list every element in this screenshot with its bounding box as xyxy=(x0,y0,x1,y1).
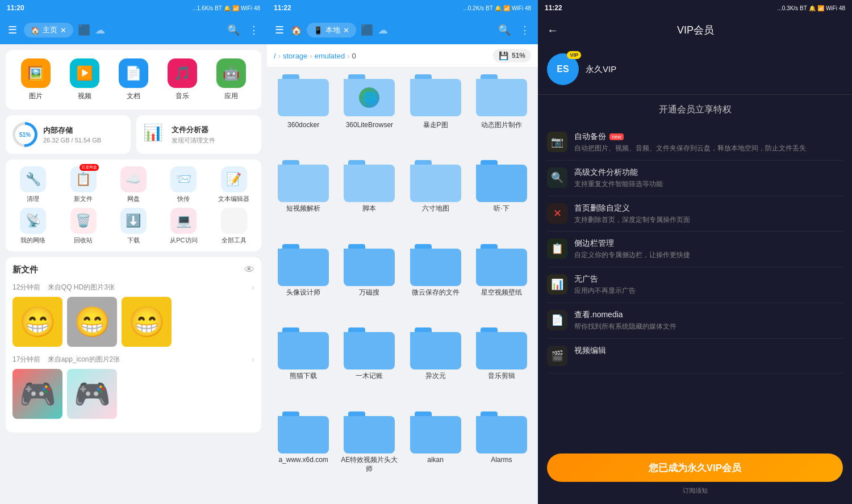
folder-duanshipin[interactable]: 短视频解析 xyxy=(274,160,333,237)
tool-editor[interactable]: 📝 文本编辑器 xyxy=(211,166,257,203)
vip-user-name: 永久VIP xyxy=(586,64,616,75)
vip-page-title: VIP会员 xyxy=(565,23,826,37)
analyzer-icon: 📊 xyxy=(143,123,166,146)
folder-xingkong[interactable]: 星空视频壁纸 xyxy=(472,244,531,321)
nomedia-benefit-icon: 📄 xyxy=(547,310,567,330)
analyzer-benefit-icon: 🔍 xyxy=(547,167,567,188)
vip-subscribe-note[interactable]: 订阅须知 xyxy=(547,486,843,495)
breadcrumb-0: 0 xyxy=(352,52,356,60)
benefit-noad: 📊 无广告 应用内不再显示广告 xyxy=(547,267,843,303)
tool-pc[interactable]: 💻 从PC访问 xyxy=(161,208,206,245)
homepage-benefit-icon: ✕ xyxy=(547,203,567,224)
breadcrumb: / › storage › emulated › 0 💾 51% xyxy=(267,44,538,68)
tools-grid: 🔧 清理 📋 百度网盘 新文件 ☁️ 网盘 📨 快传 xyxy=(10,166,257,245)
vip-avatar: ES VIP xyxy=(547,53,579,85)
vip-nav-bar: ← VIP会员 xyxy=(538,16,852,44)
tool-all[interactable]: 全部工具 xyxy=(211,208,257,245)
storage-internal-card[interactable]: 51% 内部存储 26.32 GB / 51.54 GB xyxy=(6,115,131,154)
menu-icon-files[interactable]: ☰ xyxy=(273,22,286,39)
tool-cloud[interactable]: ☁️ 网盘 xyxy=(111,166,156,203)
category-apps-label: 应用 xyxy=(224,91,238,101)
vip-benefits-title: 开通会员立享特权 xyxy=(538,95,852,125)
category-apps-icon: 🤖 xyxy=(216,58,246,88)
folder-yinyue[interactable]: 音乐剪辑 xyxy=(472,327,531,404)
folder-xiongmao[interactable]: 熊猫下载 xyxy=(274,327,333,404)
benefit-homepage: ✕ 首页删除自定义 支持删除首页，深度定制专属操作页面 xyxy=(547,196,843,232)
backup-icon: 📷 xyxy=(547,132,567,152)
file-group-1: 17分钟前 来自app_icon的图片2张 › 🎮 🎮 xyxy=(12,354,254,419)
analyzer-card[interactable]: 📊 文件分析器 发现可清理文件 xyxy=(136,115,261,154)
vip-cta-button[interactable]: 您已成为永久VIP会员 xyxy=(547,453,843,482)
back-button[interactable]: ← xyxy=(547,24,558,37)
folder-yiciyuan[interactable]: 异次元 xyxy=(406,327,465,404)
folder-jiaopen[interactable]: 脚本 xyxy=(340,160,399,237)
storage-circle: 51% xyxy=(12,122,37,147)
panel-files: 11:22 ...0.2K/s BT 🔔 📶 WiFi 48 ☰ 🏠 📱 本地 … xyxy=(267,0,538,504)
category-music[interactable]: 🎵 音乐 xyxy=(161,58,204,101)
thumb-0-2[interactable]: 😁 xyxy=(122,297,172,347)
folder-360docker[interactable]: 360docker xyxy=(274,74,333,153)
tool-download[interactable]: ⬇️ 下载 xyxy=(111,208,156,245)
nav-bar-home: ☰ 🏠 主页 ✕ ⬛ ☁ 🔍 ⋮ xyxy=(0,16,267,44)
category-images[interactable]: 🖼️ 图片 xyxy=(14,58,57,101)
folder-tingxia[interactable]: 听·下 xyxy=(472,160,531,237)
folder-touxiang[interactable]: 头像设计师 xyxy=(274,244,333,321)
sidebar-benefit-icon: 📋 xyxy=(547,238,567,259)
status-bar-files: 11:22 ...0.2K/s BT 🔔 📶 WiFi 48 xyxy=(267,0,538,16)
category-video-label: 视频 xyxy=(78,91,91,101)
category-video[interactable]: ▶️ 视频 xyxy=(63,58,106,101)
benefit-analyzer: 🔍 高级文件分析功能 支持重复文件智能筛选等功能 xyxy=(547,161,843,196)
file-thumbs-1: 🎮 🎮 xyxy=(12,369,254,419)
folder-alarms[interactable]: Alarms xyxy=(472,411,531,497)
breadcrumb-storage[interactable]: storage xyxy=(283,52,307,60)
category-apps[interactable]: 🤖 应用 xyxy=(210,58,253,101)
new-files-section: 新文件 👁 12分钟前 来自QQ HD的图片3张 › 😁 😁 😁 xyxy=(6,257,261,432)
folder-baozouptu[interactable]: 暴走P图 xyxy=(406,74,465,153)
home-tab[interactable]: 🏠 主页 ✕ xyxy=(24,23,73,37)
more-icon-files[interactable]: ⋮ xyxy=(517,22,532,39)
folder-ae[interactable]: AE特效视频片头大师 xyxy=(340,411,399,497)
status-time-vip: 11:22 xyxy=(545,4,562,12)
status-time-files: 11:22 xyxy=(274,4,291,12)
breadcrumb-emulated[interactable]: emulated xyxy=(315,52,345,60)
tool-newfile[interactable]: 📋 百度网盘 新文件 xyxy=(60,166,106,203)
folder-aikan[interactable]: aikan xyxy=(406,411,465,497)
nav-bar-files: ☰ 🏠 📱 本地 ✕ ⬛ ☁ 🔍 ⋮ xyxy=(267,16,538,44)
status-time: 11:20 xyxy=(7,4,24,12)
tool-network[interactable]: 📡 我的网络 xyxy=(10,208,56,245)
category-video-icon: ▶️ xyxy=(70,58,99,88)
tool-transfer[interactable]: 📨 快传 xyxy=(161,166,206,203)
category-images-label: 图片 xyxy=(29,91,43,101)
vip-badge: VIP xyxy=(567,51,581,59)
benefit-sidebar: 📋 侧边栏管理 自定义你的专属侧边栏，让操作更快捷 xyxy=(547,232,843,267)
thumb-1-0[interactable]: 🎮 xyxy=(12,369,62,419)
eye-icon[interactable]: 👁 xyxy=(244,264,254,276)
folder-awww[interactable]: a_www.x6d.com xyxy=(274,411,333,497)
tools-section: 🔧 清理 📋 百度网盘 新文件 ☁️ 网盘 📨 快传 xyxy=(6,159,261,251)
new-files-header: 新文件 👁 xyxy=(12,264,254,276)
tool-clean[interactable]: 🔧 清理 xyxy=(10,166,56,203)
folder-liucunditu[interactable]: 六寸地图 xyxy=(406,160,465,237)
storage-info: 内部存储 26.32 GB / 51.54 GB xyxy=(43,125,124,144)
more-icon-home[interactable]: ⋮ xyxy=(247,22,261,39)
breadcrumb-root[interactable]: / xyxy=(274,52,276,60)
category-grid: 🖼️ 图片 ▶️ 视频 📄 文档 🎵 音乐 🤖 应用 xyxy=(6,50,261,110)
thumb-0-1[interactable]: 😁 xyxy=(67,297,117,347)
menu-icon-home[interactable]: ☰ xyxy=(6,22,19,39)
panel-home: 11:20 ...1.6K/s BT 🔔 📶 WiFi 48 ☰ 🏠 主页 ✕ … xyxy=(0,0,267,504)
search-icon-files[interactable]: 🔍 xyxy=(496,22,513,39)
thumb-1-1[interactable]: 🎮 xyxy=(67,369,117,419)
category-docs-icon: 📄 xyxy=(119,58,148,88)
thumb-0-0[interactable]: 😁 xyxy=(12,297,62,347)
folder-dongtai[interactable]: 动态图片制作 xyxy=(472,74,531,153)
files-grid: 360docker 🌐 360LiteBrowser xyxy=(267,68,538,504)
search-icon-home[interactable]: 🔍 xyxy=(225,22,242,39)
folder-yimu[interactable]: 一木记账 xyxy=(340,327,399,404)
folder-wancisoue[interactable]: 万磁搜 xyxy=(340,244,399,321)
folder-weiyun[interactable]: 微云保存的文件 xyxy=(406,244,465,321)
tool-trash[interactable]: 🗑️ 回收站 xyxy=(60,208,106,245)
folder-360litebrowser[interactable]: 🌐 360LiteBrowser xyxy=(340,74,399,153)
local-tab[interactable]: 📱 本地 ✕ xyxy=(307,23,356,37)
category-docs[interactable]: 📄 文档 xyxy=(112,58,155,101)
file-thumbs-0: 😁 😁 😁 xyxy=(12,297,254,347)
